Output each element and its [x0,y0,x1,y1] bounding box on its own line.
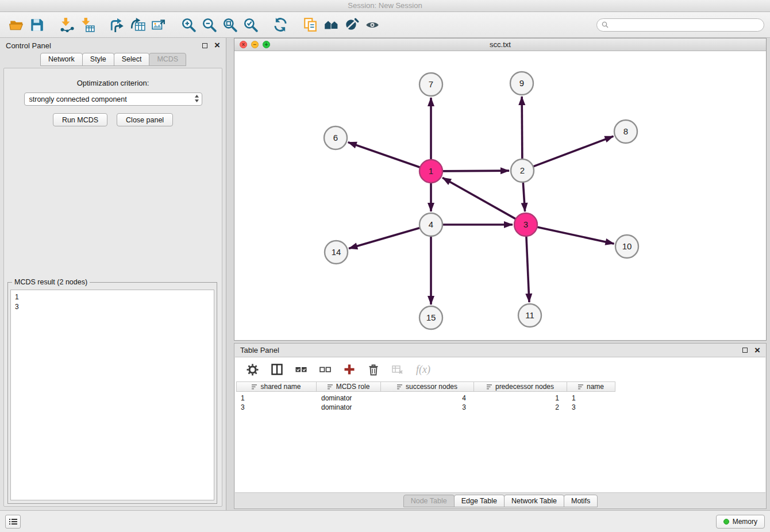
column-header-predecessor-nodes[interactable]: predecessor nodes [474,381,567,392]
refresh-view-button[interactable] [270,14,291,35]
export-image-button[interactable] [148,14,169,35]
close-table-panel-icon[interactable]: × [754,348,760,353]
main-toolbar [0,12,770,38]
documents-icon [303,17,318,32]
table-panel-body: f(x) shared nameMCDS rolesuccessor nodes… [235,357,765,508]
table-tab-edge-table[interactable]: Edge Table [454,495,505,507]
search-box[interactable] [596,18,764,32]
column-header-successor-nodes[interactable]: successor nodes [381,381,474,392]
sort-icon [578,384,584,390]
open-file-button[interactable] [6,14,26,35]
edge-1-2[interactable] [441,171,509,171]
node-label-7: 7 [429,79,433,89]
zoom-selected-icon [243,17,258,32]
import-table-button[interactable] [77,14,98,35]
select-all-button[interactable] [295,367,307,373]
close-panel-icon[interactable]: × [214,43,220,48]
control-tab-style[interactable]: Style [82,53,114,66]
node-label-14: 14 [332,247,341,257]
style-button[interactable] [341,14,362,35]
columns-icon [271,364,283,375]
edge-3-10[interactable] [536,227,614,244]
zoom-out-button[interactable] [199,14,220,35]
node-label-15: 15 [426,313,436,322]
search-input[interactable] [612,21,759,29]
criterion-dropdown[interactable]: strongly connected component [24,92,202,106]
node-label-2: 2 [520,165,525,175]
control-tab-network[interactable]: Network [40,53,83,66]
node-label-1: 1 [429,166,433,176]
mcds-panel: Optimization criterion: strongly connect… [3,68,222,507]
table-settings-button[interactable] [247,364,259,376]
column-header-name[interactable]: name [567,381,615,392]
show-hide-button[interactable] [362,14,383,35]
mcds-result-list[interactable]: 13 [10,290,214,500]
node-label-6: 6 [333,133,338,142]
edge-2-9[interactable] [522,97,522,160]
table-toolbar: f(x) [235,357,765,381]
zoom-in-button[interactable] [178,14,199,35]
table-tab-node-table[interactable]: Node Table [403,495,455,507]
zoom-out-icon [202,17,217,32]
control-panel-title: Control Panel [6,41,51,50]
column-header-MCDS-role[interactable]: MCDS role [317,381,381,392]
network-canvas[interactable]: 7968124314101511 [234,51,766,340]
edge-1-6[interactable] [348,142,421,168]
copy-documents-button[interactable] [300,14,321,35]
delete-table-button[interactable] [392,364,403,375]
zoom-fit-button[interactable] [220,14,240,35]
edge-3-11[interactable] [526,235,529,302]
gear-icon [247,364,259,376]
node-label-8: 8 [623,126,628,136]
window-controls: × − + [240,41,270,48]
table-tabs: Node TableEdge TableNetwork TableMotifs [235,492,765,508]
minimize-window-icon[interactable]: − [251,41,259,48]
sort-icon [397,384,403,390]
show-columns-button[interactable] [271,364,283,375]
optimization-label: Optimization criterion: [4,79,222,87]
table-cell: 1 [236,394,317,403]
maximize-window-icon[interactable]: + [263,41,270,48]
deselect-all-button[interactable] [319,367,331,373]
edge-3-1[interactable] [442,178,517,219]
table-tab-motifs[interactable]: Motifs [564,495,598,507]
column-header-shared-name[interactable]: shared name [236,381,317,392]
add-column-button[interactable] [344,364,355,375]
sort-icon [487,384,492,390]
control-tab-mcds[interactable]: MCDS [149,53,186,66]
import-network-table-button[interactable] [128,14,148,35]
import-network-button[interactable] [56,14,77,35]
zoom-in-icon [181,17,196,32]
app-title: Session: New Session [348,1,422,10]
edge-2-8[interactable] [532,136,614,167]
function-builder-button[interactable]: f(x) [416,364,430,376]
task-history-button[interactable] [5,515,21,529]
refresh-icon [273,17,288,32]
table-cell: 3 [381,403,474,412]
home-button[interactable] [321,14,341,35]
mcds-result-box: MCDS result (2 nodes) 13 [7,282,217,504]
table-cell: dominator [317,394,381,403]
close-window-icon[interactable]: × [240,41,247,48]
network-arrows-button[interactable] [107,14,128,35]
zoom-selected-button[interactable] [240,14,261,35]
node-label-11: 11 [525,310,534,320]
float-panel-icon[interactable] [202,43,207,48]
edge-2-3[interactable] [523,181,525,211]
edge-4-14[interactable] [349,228,421,249]
memory-button[interactable]: Memory [716,515,765,529]
table-cell: 2 [474,403,567,412]
close-panel-button[interactable]: Close panel [117,113,173,126]
table-row[interactable]: 1dominator411 [236,394,765,403]
run-mcds-button[interactable]: Run MCDS [53,113,107,126]
save-session-button[interactable] [26,14,47,35]
table-panel: Table Panel × [234,343,767,509]
table-cell: 4 [381,394,474,403]
float-table-panel-icon[interactable] [742,348,748,353]
table-tab-network-table[interactable]: Network Table [504,495,564,507]
home-icon [324,17,338,32]
mcds-result-title: MCDS result (2 nodes) [12,278,90,286]
table-row[interactable]: 3dominator323 [236,403,765,412]
delete-row-button[interactable] [368,364,379,376]
control-tab-select[interactable]: Select [114,53,150,66]
